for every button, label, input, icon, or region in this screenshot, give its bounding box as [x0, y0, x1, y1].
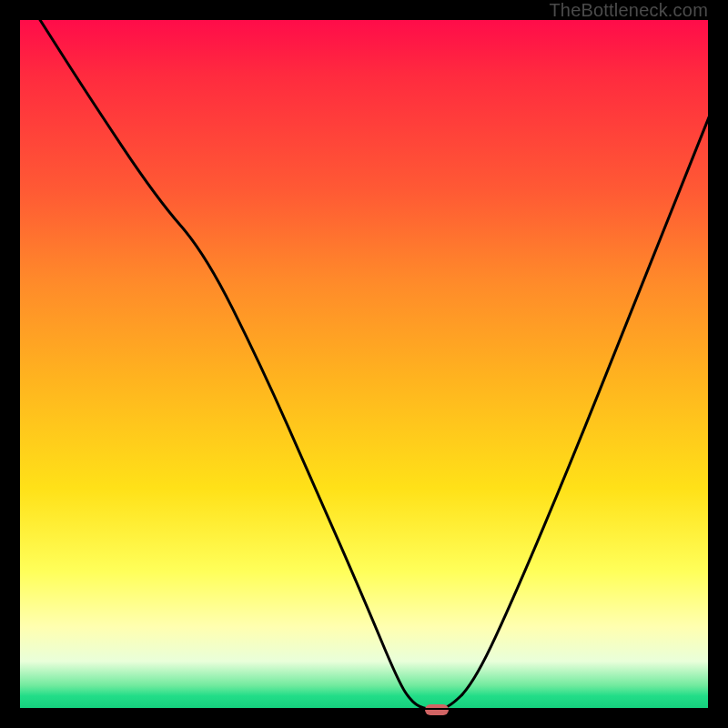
watermark-text: TheBottleneck.com: [549, 0, 708, 21]
minimum-marker: [425, 704, 449, 715]
plot-area: TheBottleneck.com: [0, 0, 728, 728]
bottleneck-curve: [18, 18, 710, 710]
chart-frame: TheBottleneck.com: [0, 0, 728, 728]
